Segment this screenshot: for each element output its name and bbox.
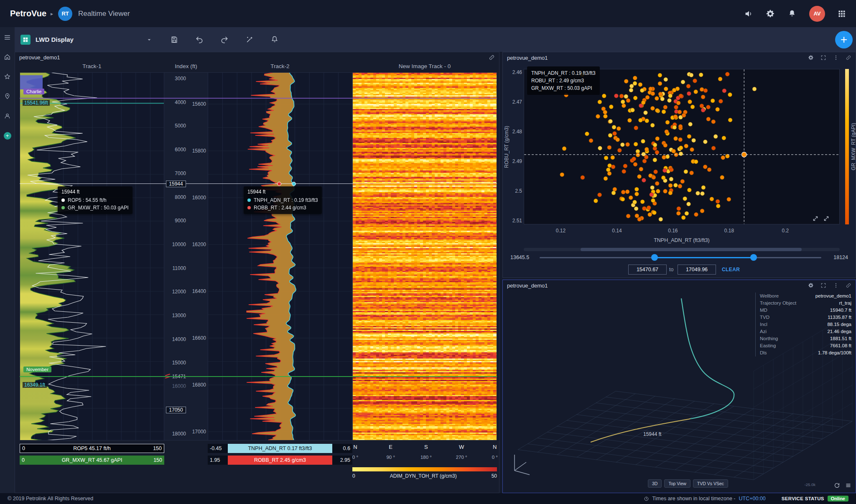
slider-handle-to[interactable]: [750, 254, 757, 261]
toolbar-icons: [170, 36, 279, 44]
depth-range-slider[interactable]: [540, 257, 821, 258]
crossplot-x-tick: 0.12: [556, 228, 566, 234]
compass-label: W: [459, 444, 464, 450]
chevron-down-icon: [146, 36, 153, 43]
timezone-value[interactable]: UTC+00:00: [739, 496, 766, 501]
azimuthal-image: [353, 73, 497, 440]
kebab-icon[interactable]: [833, 283, 839, 288]
rt-badge: RT: [58, 7, 72, 21]
slider-handle-from[interactable]: [651, 254, 658, 261]
pin-icon[interactable]: [4, 93, 11, 100]
avatar[interactable]: AV: [809, 6, 825, 22]
crossplot-y-tick: 2.51: [508, 218, 522, 224]
menu-icon[interactable]: [4, 34, 11, 41]
scale-bar: 1.95ROBB_RT 2.45 g/cm32.95: [208, 456, 352, 465]
expand-diagonal-icon[interactable]: [812, 215, 819, 222]
range-max-label: 18124: [833, 255, 848, 260]
left-sidebar: +: [0, 27, 15, 493]
trajectory-info-row: Incl88.15 dega: [760, 321, 851, 328]
degree-label: 270 °: [456, 455, 467, 460]
index-left-tick: 8000: [164, 194, 186, 200]
index-track[interactable]: 3000400050006000700080009000100001100012…: [164, 72, 208, 440]
trajectory-view-buttons: 3DTop ViewTVD Vs VSec: [648, 479, 728, 488]
index-left-tick: 10000: [164, 242, 186, 247]
index-left-tick: 7000: [164, 171, 186, 176]
index-left-tick: 14000: [164, 336, 186, 342]
redo-icon[interactable]: [220, 36, 229, 44]
compass-label: E: [389, 444, 392, 450]
marker-badge-charlie[interactable]: Charlie: [23, 89, 44, 94]
crossplot-x-axis-label: TNPH_ADN_RT (ft3/ft3): [524, 237, 840, 243]
track2-title: Track-2: [270, 63, 289, 69]
track2-plot[interactable]: 15944 ft TNPH_ADN_RT : 0.19 ft3/ft3ROBB_…: [208, 72, 352, 440]
view-mode-button[interactable]: 3D: [648, 479, 662, 488]
index-depth-label: 18000: [164, 431, 186, 437]
range-to-input[interactable]: [678, 265, 716, 275]
refresh-icon[interactable]: [834, 482, 840, 489]
index-left-tick: 15000: [164, 360, 186, 366]
settings-icon[interactable]: [808, 55, 814, 61]
link-icon[interactable]: [846, 55, 851, 61]
save-icon[interactable]: [170, 36, 178, 44]
toolbar: LWD Display +: [15, 27, 856, 52]
track2-tooltip: 15944 ft TNPH_ADN_RT : 0.19 ft3/ft3ROBB_…: [244, 186, 322, 214]
track1-tooltip: 15944 ft ROP5 : 54.55 ft/hGR_MXW_RT : 50…: [58, 186, 132, 214]
track1-plot[interactable]: Charlie 15541.96ft November 16349.1ft 15…: [20, 72, 164, 440]
view-mode-button[interactable]: TVD Vs VSec: [693, 479, 728, 488]
compass-label: S: [424, 444, 428, 450]
range-from-input[interactable]: [628, 265, 667, 275]
service-status-badge: Online: [828, 496, 848, 501]
marker-depth-bottom: 16349.1ft: [23, 382, 47, 388]
settings-icon[interactable]: [766, 9, 775, 18]
link-icon[interactable]: [846, 283, 851, 288]
view-switcher[interactable]: LWD Display: [20, 35, 158, 45]
range-overview-strip[interactable]: [524, 248, 840, 251]
index-right-tick: 16400: [188, 288, 206, 294]
bell-icon[interactable]: [270, 36, 279, 44]
notifications-icon[interactable]: [787, 9, 797, 18]
kebab-icon[interactable]: [833, 55, 839, 61]
trajectory-info-row: TVD11335.87 ft: [760, 314, 851, 321]
range-min-label: 13645.5: [510, 255, 529, 260]
crossplot-x-tick: 0.14: [612, 228, 622, 234]
index-right-tick: 16000: [188, 195, 206, 201]
view-mode-button[interactable]: Top View: [664, 479, 690, 488]
series-dot: [247, 206, 251, 209]
expand-diagonal-icon[interactable]: [823, 215, 830, 222]
star-icon[interactable]: [4, 73, 11, 80]
marker-badge-november[interactable]: November: [23, 367, 51, 372]
user-icon[interactable]: [4, 112, 11, 120]
scale-bar: 0ROP5 45.17 ft/h150: [20, 444, 164, 453]
crossplot-y-tick: 2.49: [508, 158, 522, 164]
list-icon[interactable]: [845, 482, 851, 489]
link-icon[interactable]: [489, 54, 495, 61]
brand-logo[interactable]: PetroVue: [10, 9, 46, 18]
scale-bar: 0GR_MXW_RT 45.67 gAPI150: [20, 456, 164, 465]
track-scales: 0ROP5 45.17 ft/h1500GR_MXW_RT 45.67 gAPI…: [20, 442, 497, 491]
fullscreen-icon[interactable]: [820, 283, 826, 288]
trajectory-info-row: Azi21.46 dega: [760, 328, 851, 335]
trajectory-title: petrovue_demo1: [507, 283, 548, 289]
degree-label: 90 °: [386, 455, 395, 460]
crossplot-tooltip: TNPH_ADN_RT : 0.19 ft3/ft3ROBU_RT : 2.49…: [527, 66, 600, 95]
clear-button[interactable]: CLEAR: [722, 267, 740, 272]
track1-title: Track-1: [82, 63, 101, 69]
image-track-plot[interactable]: [352, 72, 497, 440]
apps-grid-icon[interactable]: [838, 10, 846, 18]
image-track-title: New Image Track - 0: [399, 63, 451, 69]
volume-icon[interactable]: [744, 9, 753, 18]
settings-icon[interactable]: [808, 283, 814, 288]
crossplot-y-tick: 2.47: [508, 99, 522, 105]
add-circle-icon[interactable]: +: [4, 132, 11, 140]
home-icon[interactable]: [4, 53, 11, 61]
crosshair-line: [20, 183, 497, 184]
crossplot-colorbar-label: GR_MXW_RT (gAPI): [851, 69, 856, 224]
orientation-axes: [515, 455, 530, 475]
wand-icon[interactable]: [245, 36, 254, 44]
compass-label: N: [353, 444, 357, 450]
undo-icon[interactable]: [195, 36, 204, 44]
add-button[interactable]: +: [835, 31, 853, 48]
copyright: © 2019 Petrolink All Rights Reserved: [8, 496, 93, 501]
fullscreen-icon[interactable]: [820, 55, 826, 61]
tracks-area[interactable]: Charlie 15541.96ft November 16349.1ft 15…: [20, 72, 497, 440]
